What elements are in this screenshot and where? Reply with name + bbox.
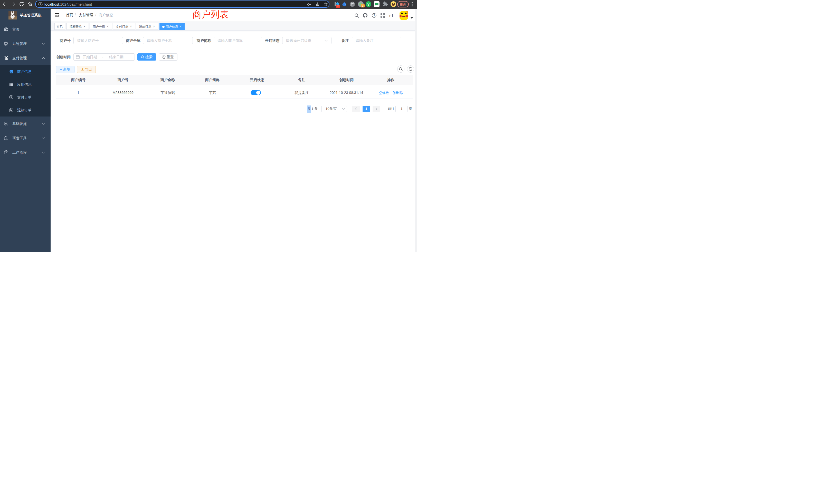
svg-text:?: ? [373, 14, 375, 17]
